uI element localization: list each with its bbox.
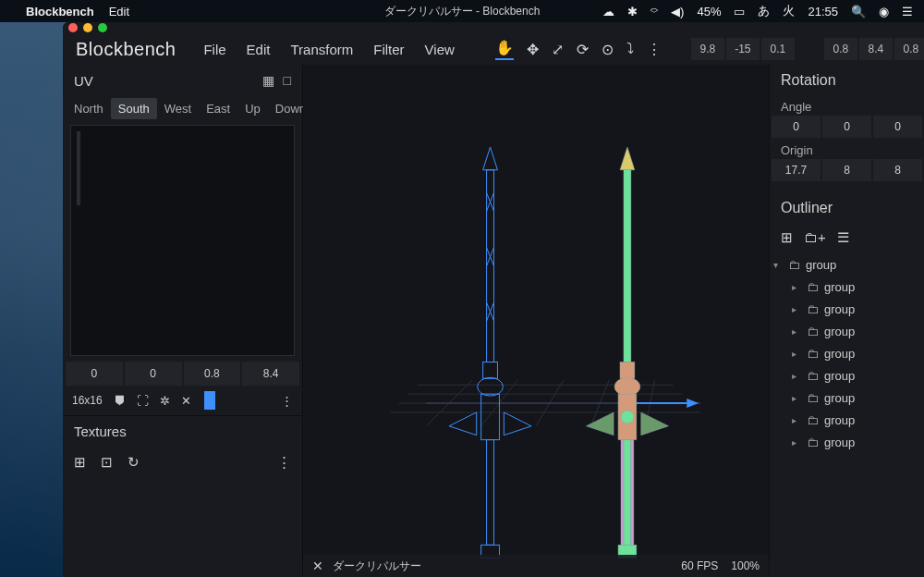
tree-item[interactable]: ▸🗀group bbox=[773, 342, 920, 364]
angle-y[interactable]: 0 bbox=[822, 116, 871, 138]
svg-rect-37 bbox=[621, 440, 624, 546]
svg-point-16 bbox=[478, 377, 504, 396]
day-label: 火 bbox=[783, 3, 795, 19]
size-z[interactable]: 0.8 bbox=[894, 38, 924, 60]
bluetooth-icon[interactable]: ✱ bbox=[627, 5, 638, 18]
outliner-tree: ▾ 🗀 group ▸🗀group▸🗀group▸🗀group▸🗀group▸🗀… bbox=[770, 252, 924, 453]
uv-y[interactable]: 0 bbox=[125, 362, 182, 386]
textures-title: Textures bbox=[74, 424, 127, 439]
tool-rotate-icon[interactable]: ⟳ bbox=[577, 41, 589, 58]
uv-tab-up[interactable]: Up bbox=[237, 98, 268, 119]
origin-y[interactable]: 8 bbox=[822, 159, 871, 181]
mac-menu-edit[interactable]: Edit bbox=[109, 5, 129, 18]
uv-tab-east[interactable]: East bbox=[199, 98, 237, 119]
position-readout: 9.8 -15 0.1 bbox=[691, 38, 795, 60]
tree-expand-icon[interactable]: ▸ bbox=[792, 326, 801, 337]
tab-label[interactable]: ダークリパルサー bbox=[333, 559, 421, 574]
tab-close-icon[interactable]: ✕ bbox=[312, 559, 323, 573]
tree-item[interactable]: ▸🗀group bbox=[773, 364, 920, 387]
refresh-textures-icon[interactable]: ↻ bbox=[128, 454, 140, 471]
color-swatch[interactable] bbox=[204, 391, 215, 410]
angle-x[interactable]: 0 bbox=[772, 116, 821, 138]
tree-item[interactable]: ▸🗀group bbox=[773, 409, 920, 431]
tree-item[interactable]: ▸🗀group bbox=[773, 320, 920, 342]
folder-icon: 🗀 bbox=[807, 302, 819, 316]
menu-view[interactable]: View bbox=[425, 42, 455, 57]
tree-collapse-icon[interactable]: ▾ bbox=[773, 260, 783, 270]
uv-w[interactable]: 0.8 bbox=[184, 362, 241, 386]
folder-icon: 🗀 bbox=[807, 280, 819, 294]
tree-root[interactable]: ▾ 🗀 group bbox=[773, 253, 920, 276]
tree-item[interactable]: ▸🗀group bbox=[773, 387, 920, 409]
uv-x[interactable]: 0 bbox=[66, 362, 123, 386]
toolbar-more-icon[interactable]: ⋮ bbox=[647, 41, 662, 58]
origin-x[interactable]: 17.7 bbox=[772, 159, 821, 181]
add-group-icon[interactable]: 🗀+ bbox=[804, 229, 826, 246]
add-cube-icon[interactable]: ⊞ bbox=[781, 229, 793, 246]
outliner-options-icon[interactable]: ☰ bbox=[837, 229, 849, 246]
tree-expand-icon[interactable]: ▸ bbox=[792, 349, 801, 359]
angle-z[interactable]: 0 bbox=[873, 116, 922, 138]
add-texture-icon[interactable]: ⊞ bbox=[74, 454, 86, 471]
window-close-button[interactable] bbox=[68, 23, 78, 32]
cloud-icon[interactable]: ☁ bbox=[602, 5, 614, 18]
tree-item[interactable]: ▸🗀group bbox=[773, 431, 920, 453]
tree-item[interactable]: ▸🗀group bbox=[773, 276, 920, 298]
pos-z[interactable]: 0.1 bbox=[761, 38, 795, 60]
size-readout: 0.8 8.4 0.8 bbox=[824, 38, 924, 60]
volume-icon[interactable]: ◀) bbox=[671, 5, 684, 18]
tree-expand-icon[interactable]: ▸ bbox=[792, 437, 801, 448]
window-titlebar bbox=[63, 22, 924, 33]
size-x[interactable]: 0.8 bbox=[824, 38, 857, 60]
tool-vertex-snap-icon[interactable]: ⤵ bbox=[626, 41, 634, 57]
uv-fullscreen-icon[interactable]: □ bbox=[284, 73, 291, 88]
tree-expand-icon[interactable]: ▸ bbox=[792, 282, 801, 292]
uv-tab-north[interactable]: North bbox=[67, 98, 111, 119]
auto-uv-icon[interactable]: ✲ bbox=[160, 394, 170, 408]
uv-grid-icon[interactable]: ▦ bbox=[262, 73, 274, 88]
close-icon[interactable]: ✕ bbox=[181, 394, 191, 408]
uv-tab-west[interactable]: West bbox=[157, 98, 199, 119]
ime-indicator[interactable]: あ bbox=[758, 3, 770, 19]
menu-edit[interactable]: Edit bbox=[247, 42, 271, 57]
tree-expand-icon[interactable]: ▸ bbox=[792, 304, 801, 314]
spotlight-icon[interactable]: 🔍 bbox=[851, 5, 866, 18]
tool-resize-icon[interactable]: ⤢ bbox=[552, 41, 564, 58]
textures-overflow-icon[interactable]: ⋮ bbox=[277, 454, 291, 471]
tree-expand-icon[interactable]: ▸ bbox=[792, 393, 801, 403]
control-center-icon[interactable]: ☰ bbox=[902, 5, 913, 18]
tool-pivot-icon[interactable]: ⊙ bbox=[602, 41, 614, 58]
wifi-icon[interactable]: ⌔ bbox=[650, 5, 658, 18]
mac-menu-app[interactable]: Blockbench bbox=[26, 5, 94, 18]
siri-icon[interactable]: ◉ bbox=[879, 5, 889, 18]
svg-marker-17 bbox=[449, 412, 477, 436]
3d-viewport[interactable]: ✕ ダークリパルサー 60 FPS 100% bbox=[303, 65, 769, 577]
menu-transform[interactable]: Transform bbox=[290, 42, 353, 57]
tree-item-label: group bbox=[824, 436, 855, 449]
battery-percent: 45% bbox=[697, 5, 721, 18]
svg-marker-18 bbox=[504, 412, 531, 436]
menu-file[interactable]: File bbox=[203, 42, 225, 57]
maximize-icon[interactable]: ⛶ bbox=[137, 394, 149, 408]
paint-bucket-icon[interactable]: ⛊ bbox=[114, 394, 126, 408]
tree-item[interactable]: ▸🗀group bbox=[773, 298, 920, 320]
folder-icon: 🗀 bbox=[807, 413, 819, 427]
window-maximize-button[interactable] bbox=[98, 23, 107, 32]
origin-z[interactable]: 8 bbox=[873, 159, 922, 181]
battery-icon[interactable]: ▭ bbox=[734, 5, 745, 18]
import-texture-icon[interactable]: ⊡ bbox=[101, 454, 113, 471]
tree-expand-icon[interactable]: ▸ bbox=[792, 371, 801, 381]
tree-expand-icon[interactable]: ▸ bbox=[792, 415, 801, 425]
tool-pan-icon[interactable]: ✋ bbox=[495, 39, 514, 60]
uv-face-tabs: North South West East Up Down bbox=[63, 96, 302, 121]
menu-filter[interactable]: Filter bbox=[373, 42, 404, 57]
tool-move-icon[interactable]: ✥ bbox=[527, 41, 539, 58]
uv-tab-south[interactable]: South bbox=[111, 98, 157, 119]
pos-x[interactable]: 9.8 bbox=[691, 38, 724, 60]
uv-editor-canvas[interactable] bbox=[70, 125, 295, 356]
window-minimize-button[interactable] bbox=[83, 23, 92, 32]
size-y[interactable]: 8.4 bbox=[859, 38, 893, 60]
uv-h[interactable]: 8.4 bbox=[242, 362, 299, 386]
uv-overflow-icon[interactable]: ⋮ bbox=[281, 394, 293, 408]
pos-y[interactable]: -15 bbox=[726, 38, 760, 60]
